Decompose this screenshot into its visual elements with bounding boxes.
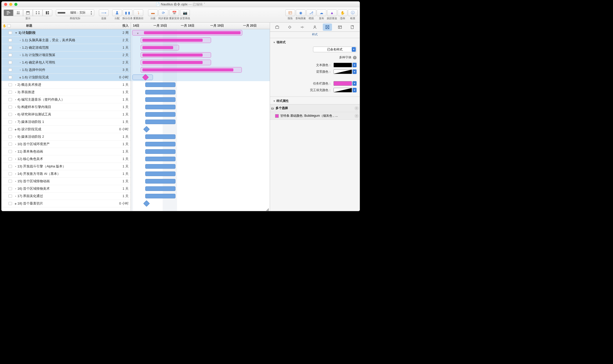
gantt-row[interactable] [131,170,270,178]
gantt-row[interactable]: .r2::before{width:120px!important} [131,44,270,51]
gantt-row[interactable] [131,141,270,148]
bar-color-swatch[interactable] [334,81,352,86]
fill-color-swatch[interactable] [334,88,352,92]
outline-row[interactable]: •17) 界面美化通过1 天 [2,192,131,200]
column-effort[interactable]: 投入 [113,24,131,28]
gantt-row[interactable]: .r3::before{width:235px!important} [131,51,270,59]
connect-button[interactable]: ⟶ [99,9,109,16]
close-window-button[interactable] [4,3,7,6]
gantt-row[interactable]: .r5::before{width:355px!important} [131,66,270,74]
attr-row-multi-select[interactable]: 🗂 多个选择 × [270,104,360,112]
view-styles-button[interactable] [43,9,52,16]
note-icon[interactable] [8,187,12,190]
simulate-button[interactable]: ⎇ [306,9,316,16]
outline-row[interactable]: •9) 媒体活动阶段 21 天 [2,133,131,141]
note-icon[interactable] [8,195,12,198]
disclosure-icon[interactable]: ▼ [15,31,17,34]
note-icon[interactable] [8,128,12,131]
gantt-task-bar[interactable]: .r4::before{width:235px!important} [141,60,211,65]
note-icon[interactable] [8,172,12,175]
gantt-row[interactable] [131,163,270,170]
inspector-tab-custom[interactable] [335,24,345,31]
note-icon[interactable] [8,165,12,168]
gantt-row[interactable] [131,192,270,200]
outline-row[interactable]: •10) 首个区域环境资产1 天 [2,141,131,148]
violation-button[interactable]: ✋ [338,9,347,16]
track-button[interactable]: ▲ [327,9,337,16]
level-button[interactable]: ▬ [148,9,158,16]
gantt-task-bar[interactable] [145,149,175,154]
outline-rows[interactable]: ▼1) 计划阶段2 周•1.1) 头脑风暴主题，受众，美术风格2 天•1.2) … [2,29,131,211]
zoom-window-button[interactable] [14,3,17,6]
note-icon[interactable] [8,157,12,160]
outline-row[interactable]: •4) 编写主题音乐（签约作曲人）1 天 [2,96,131,103]
outline-row[interactable]: •13) 开发战斗引擎（Alpha 版本）1 天 [2,163,131,170]
gantt-pane[interactable]: 14日 一月 15日 一月 18日 一月 19日 一月 20日 ◢ ▼.r1::… [131,23,270,211]
outline-row[interactable]: •7) 媒体活动阶段 11 天 [2,118,131,126]
gantt-task-bar[interactable] [145,90,175,94]
gantt-row[interactable] [131,178,270,185]
note-icon[interactable] [8,180,12,183]
publish-button[interactable]: ☁ [317,9,326,16]
outline-row[interactable]: •1.4) 确定承包人可用性2 天 [2,59,131,66]
gantt-row[interactable] [131,185,270,192]
outline-row[interactable]: ▼1) 计划阶段2 周 [2,29,131,37]
clear-attr-icon[interactable]: × [355,114,359,118]
outline-row[interactable]: ◆1.6) 计划阶段完成0 小时 [2,74,131,81]
gantt-row[interactable] [131,89,270,96]
outline-row[interactable]: •11) 基本角色动画1 天 [2,148,131,155]
gantt-task-bar[interactable]: .r2::before{width:120px!important} [141,45,179,50]
note-icon[interactable] [8,202,12,205]
gantt-row[interactable] [131,74,270,81]
outline-row[interactable]: •5) 构建样本引擎内项目1 天 [2,103,131,111]
note-icon[interactable] [8,31,12,34]
minimize-window-button[interactable] [9,3,12,6]
text-color-picker[interactable]: ▼ [352,63,357,67]
set-baseline-button[interactable]: 📷 [180,9,190,16]
named-style-select[interactable]: 已命名样式▼ [313,47,357,52]
note-icon[interactable] [8,105,12,109]
view-resources-button[interactable] [13,9,23,16]
note-icon[interactable] [8,91,12,94]
gantt-milestone[interactable] [143,200,150,207]
gantt-task-bar[interactable] [145,120,175,124]
gantt-task-bar[interactable] [145,179,175,184]
info-icon[interactable]: i [353,56,357,59]
inspector-tab-task[interactable] [273,24,282,31]
gantt-body[interactable]: ◢ ▼.r1::before{width:235px!important}.r2… [131,29,270,211]
inspect-button[interactable]: ⓘ [348,9,358,16]
outline-row[interactable]: •1.3) 计划预计项目预算2 天 [2,51,131,59]
gantt-task-bar[interactable] [145,172,175,176]
gantt-row[interactable] [131,103,270,111]
outline-row[interactable]: •12) 核心角色美术1 天 [2,155,131,163]
gantt-row[interactable]: .r4::before{width:235px!important} [131,59,270,66]
split-button[interactable]: ▮ ▮ [123,9,132,16]
bar-color-picker[interactable]: ▼ [352,81,357,86]
note-icon[interactable] [8,143,12,146]
attr-row-gantt-bar[interactable]: 甘特条 基础颜色: Bubblegum（烟灰色，... × [270,112,360,120]
fill-color-picker[interactable]: ▼ [352,88,357,92]
gantt-row[interactable] [131,81,270,89]
note-icon[interactable] [8,61,12,64]
gantt-task-bar[interactable] [145,97,175,102]
gantt-task-bar[interactable] [145,186,175,191]
gantt-task-bar[interactable] [145,194,175,198]
gantt-row[interactable] [131,200,270,207]
section-title-attrs[interactable]: ▼样式属性 [273,99,357,103]
gantt-row[interactable] [131,96,270,103]
gantt-row[interactable]: ▼ [131,29,270,37]
gantt-row[interactable] [131,148,270,155]
gantt-row[interactable] [131,111,270,118]
gantt-task-bar[interactable] [145,142,175,146]
note-icon[interactable] [8,98,12,101]
clear-icon[interactable]: × [355,106,359,110]
gantt-task-bar[interactable] [145,134,175,139]
gantt-row[interactable]: .r1::before{width:235px!important} [131,37,270,44]
view-calendar-button[interactable] [23,9,33,16]
note-icon[interactable] [8,83,12,86]
outline-row[interactable]: •15) 首个区域怪物动画1 天 [2,178,131,185]
gantt-row[interactable] [131,155,270,163]
gantt-group-bar[interactable]: ▼ [132,30,242,36]
outline-row[interactable]: ◆18) 首个垂直切片0 小时 [2,200,131,207]
inspector-tab-attachment[interactable] [348,24,357,31]
